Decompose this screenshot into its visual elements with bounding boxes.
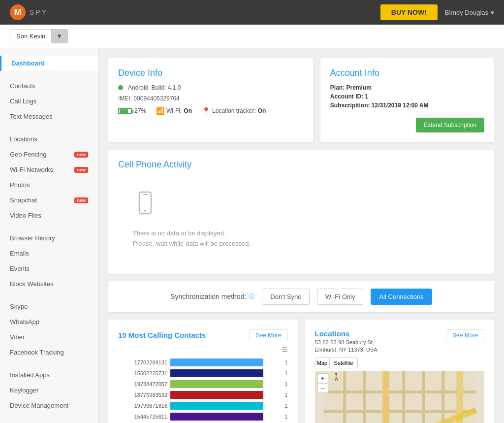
imei-value: 00094405329764 — [133, 95, 179, 102]
sidebar-label-installed-apps: Installed Apps — [10, 371, 50, 379]
user-name-label: Birney Douglas — [445, 9, 488, 16]
svg-rect-5 — [323, 410, 476, 413]
dont-sync-button[interactable]: Don't Sync — [262, 289, 309, 305]
sidebar: Dashboard Contacts Call Logs Text Messag… — [0, 48, 98, 423]
sidebar-label-wifi-networks: Wi-Fi Networks — [10, 166, 53, 173]
satellite-view-button[interactable]: Satellite — [330, 358, 358, 368]
device-info-card: Device Info Android Build: 4.1.0 IMEI: 0… — [108, 58, 313, 142]
bar-container-1 — [170, 369, 280, 377]
user-menu[interactable]: Birney Douglas ▾ — [445, 9, 494, 16]
sidebar-item-photos[interactable]: Photos — [0, 177, 98, 193]
sync-label-text: Synchronization method: — [170, 293, 246, 300]
chart-see-more-button[interactable]: See More — [249, 329, 287, 341]
device-dropdown-arrow[interactable]: ▼ — [51, 30, 67, 43]
svg-rect-10 — [343, 371, 346, 423]
zoom-in-button[interactable]: + — [317, 373, 328, 383]
bar-fill-1 — [170, 369, 263, 377]
battery-stat: 27% — [118, 107, 146, 114]
map-title-section: Locations 53-82-53-98 Seabury St, Elmhur… — [315, 329, 378, 353]
sidebar-item-keylogger[interactable]: Keylogger — [0, 383, 98, 398]
bar-value-0: 1 — [284, 359, 287, 365]
wifi-only-button[interactable]: Wi-Fi Only — [317, 289, 364, 305]
chart-bar-row: 18776983532 1 — [118, 391, 288, 399]
sidebar-item-text-messages[interactable]: Text Messages — [0, 109, 98, 124]
sidebar-item-dashboard[interactable]: Dashboard — [0, 56, 98, 71]
bar-value-5: 1 — [284, 414, 287, 420]
map-view-button[interactable]: Map — [315, 358, 330, 368]
bar-fill-0 — [170, 358, 263, 366]
extend-subscription-button[interactable]: Extend Subscription — [416, 118, 484, 132]
sidebar-label-block-websites: Block Websites — [10, 280, 54, 288]
sidebar-item-installed-apps[interactable]: Installed Apps — [0, 367, 98, 383]
badge-new-snapchat: new — [74, 197, 88, 203]
wifi-value: On — [184, 107, 192, 114]
locations-card: Locations 53-82-53-98 Seabury St, Elmhur… — [305, 320, 495, 423]
location-stat: 📍 Location tracker: On — [202, 107, 266, 115]
device-imei-row: IMEI: 00094405329764 — [118, 95, 303, 102]
sidebar-item-geo-fencing[interactable]: Geo Fencing new — [0, 147, 98, 162]
svg-rect-14 — [422, 371, 425, 423]
sidebar-item-skype[interactable]: Skype — [0, 299, 98, 314]
svg-rect-13 — [402, 371, 405, 423]
sidebar-item-call-logs[interactable]: Call Logs — [0, 94, 98, 109]
zoom-out-button[interactable]: − — [317, 383, 328, 393]
map-address-line1: 53-82-53-98 Seabury St, — [315, 339, 378, 345]
subheader: Son Kevin ▼ — [0, 25, 504, 48]
chart-menu-icon[interactable]: ☰ — [118, 346, 288, 354]
street-view-icon[interactable]: 🚶 — [332, 373, 341, 381]
location-value: On — [258, 107, 266, 114]
header: M SPY BUY NOW! Birney Douglas ▾ — [0, 0, 504, 25]
sidebar-item-video-files[interactable]: Video Files — [0, 208, 98, 223]
wifi-label: Wi-Fi: — [166, 107, 182, 114]
device-stats: 27% 📶 Wi-Fi: On 📍 Location tracker: On — [118, 107, 303, 115]
wifi-stat: 📶 Wi-Fi: On — [156, 107, 192, 115]
user-dropdown-arrow[interactable]: ▾ — [491, 9, 494, 16]
chart-title: 10 Most Calling Contacts — [118, 331, 206, 339]
sync-label: Synchronization method: ⓘ — [170, 293, 254, 301]
sidebar-item-wifi-networks[interactable]: Wi-Fi Networks new — [0, 162, 98, 177]
sidebar-label-snapchat: Snapchat — [10, 196, 37, 204]
all-connections-button[interactable]: All Connections — [371, 289, 432, 305]
sidebar-item-viber[interactable]: Viber — [0, 329, 98, 345]
account-id-row: Account ID: 1 — [330, 93, 484, 100]
svg-rect-4 — [323, 390, 476, 393]
buy-now-button[interactable]: BUY NOW! — [380, 4, 438, 20]
android-status-dot — [118, 85, 123, 90]
bar-fill-2 — [170, 380, 263, 388]
sidebar-item-facebook-tracking[interactable]: Facebook Tracking — [0, 345, 98, 360]
device-os: Android — [128, 84, 148, 91]
sidebar-item-locations[interactable]: Locations — [0, 131, 98, 147]
sidebar-label-text-messages: Text Messages — [10, 113, 53, 120]
svg-point-1 — [144, 210, 146, 212]
cell-activity-card: Cell Phone Activity There is no data to … — [108, 150, 494, 274]
bar-label-1: 15602225731 — [118, 370, 167, 376]
sidebar-item-emails[interactable]: Emails — [0, 246, 98, 261]
bar-chart: 17702269131 1 15602225731 1 19738472057 … — [118, 358, 288, 423]
account-info-title: Account Info — [330, 68, 484, 78]
svg-rect-12 — [382, 371, 389, 423]
sidebar-item-events[interactable]: Events — [0, 261, 98, 276]
bar-value-1: 1 — [284, 370, 287, 376]
svg-rect-15 — [441, 371, 444, 423]
sidebar-item-device-management[interactable]: Device Management — [0, 398, 98, 413]
device-info-title: Device Info — [118, 68, 303, 78]
activity-empty-state: There is no data to be displayed. Please… — [118, 176, 484, 264]
cell-activity-title: Cell Phone Activity — [118, 160, 484, 170]
sidebar-item-contacts[interactable]: Contacts — [0, 78, 98, 94]
sidebar-item-block-websites[interactable]: Block Websites — [0, 276, 98, 292]
chart-bar-row: 17702269131 1 — [118, 358, 288, 366]
svg-rect-11 — [363, 371, 366, 423]
bar-container-0 — [170, 358, 280, 366]
chart-bar-row: 15445725811 1 — [118, 413, 288, 421]
map-address-line2: Elmhurst, NY 11373, USA — [315, 347, 378, 353]
sidebar-label-dashboard: Dashboard — [11, 60, 45, 67]
map-see-more-button[interactable]: See More — [446, 329, 484, 341]
sidebar-item-whatsapp[interactable]: WhatsApp — [0, 314, 98, 329]
plan-label: Plan: — [330, 84, 345, 91]
sidebar-item-browser-history[interactable]: Browser History — [0, 230, 98, 246]
bar-value-4: 1 — [284, 403, 287, 409]
device-selector[interactable]: Son Kevin ▼ — [10, 29, 68, 43]
sync-info-icon: ⓘ — [249, 293, 254, 301]
sidebar-item-snapchat[interactable]: Snapchat new — [0, 193, 98, 208]
plan-row: Plan: Premium — [330, 84, 484, 91]
